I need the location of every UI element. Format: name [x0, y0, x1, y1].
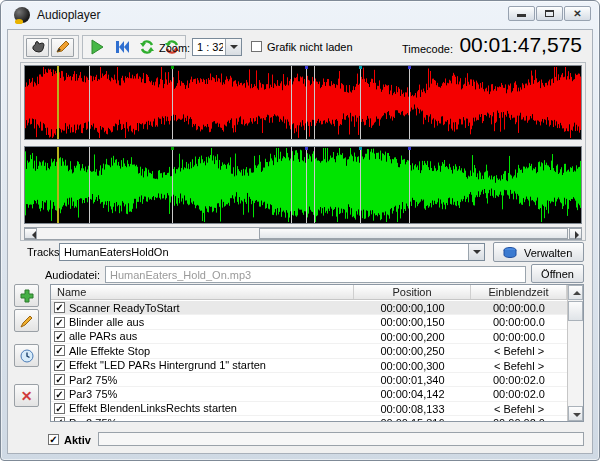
- waveform-scrollbar[interactable]: [24, 227, 582, 240]
- row-checkbox[interactable]: [54, 403, 65, 414]
- tracks-dropdown-button[interactable]: [468, 244, 484, 260]
- skip-to-start-button[interactable]: [110, 37, 133, 57]
- cue-marker-line[interactable]: [409, 147, 410, 223]
- table-row[interactable]: Par2 75% 00:00:01,340 00:00:02.0: [51, 373, 567, 387]
- refresh-button[interactable]: [135, 37, 158, 57]
- row-checkbox[interactable]: [54, 389, 65, 400]
- delete-cue-button[interactable]: ✕: [14, 384, 39, 407]
- manage-tracks-label: Verwalten: [524, 247, 572, 259]
- scroll-left-button[interactable]: [24, 228, 37, 239]
- cue-marker-dot: [305, 147, 308, 150]
- row-checkbox[interactable]: [54, 417, 65, 421]
- cue-marker-line[interactable]: [360, 66, 361, 139]
- table-row[interactable]: Alle Effekte Stop 00:00:00,250 < Befehl …: [51, 344, 567, 358]
- cue-marker-line[interactable]: [291, 147, 292, 223]
- cue-marker-dot: [171, 66, 174, 69]
- pencil-icon: [20, 314, 34, 328]
- column-header-name[interactable]: Name: [51, 285, 354, 299]
- minimize-button[interactable]: [508, 6, 535, 21]
- tracks-combobox[interactable]: HumanEatersHoldOn: [59, 243, 485, 261]
- playhead-line[interactable]: [57, 147, 59, 223]
- row-position: 00:00:00,250: [354, 344, 471, 357]
- grafik-checkbox-label: Grafik nicht laden: [267, 41, 353, 53]
- waveform-left-channel[interactable]: [24, 65, 582, 140]
- row-name-cell: Par2 75%: [51, 373, 354, 386]
- waveform-markers-top: [25, 66, 581, 139]
- cue-marker-line[interactable]: [306, 147, 307, 223]
- row-checkbox[interactable]: [54, 374, 65, 385]
- table-scrollbar[interactable]: [567, 285, 583, 421]
- row-checkbox[interactable]: [54, 317, 65, 328]
- scrollbar-thumb[interactable]: [259, 228, 568, 239]
- add-cue-button[interactable]: [14, 284, 39, 307]
- cue-marker-line[interactable]: [314, 66, 315, 139]
- row-name: alle PARs aus: [69, 330, 137, 343]
- hand-tool-icon: [30, 40, 45, 54]
- row-checkbox[interactable]: [54, 345, 65, 356]
- table-row[interactable]: alle PARs aus 00:00:00,200 00:00:00.0: [51, 330, 567, 344]
- row-checkbox[interactable]: [54, 331, 65, 342]
- cue-marker-line[interactable]: [409, 66, 410, 139]
- table-row[interactable]: Blinder alle aus 00:00:00,150 00:00:00.0: [51, 315, 567, 329]
- open-file-button[interactable]: Öffnen: [531, 264, 584, 283]
- delete-x-icon: ✕: [21, 388, 33, 404]
- arrow-up-icon: [573, 291, 581, 295]
- arrow-right-icon: [575, 231, 583, 239]
- scroll-up-button[interactable]: [568, 285, 583, 300]
- cue-marker-dot: [359, 66, 362, 69]
- row-name-cell: Blinder alle aus: [51, 315, 354, 328]
- column-header-position[interactable]: Position: [354, 285, 471, 299]
- maximize-icon: [545, 10, 554, 17]
- row-name-cell: alle PARs aus: [51, 330, 354, 343]
- table-row[interactable]: Effekt "LED PARs Hintergrund 1" starten …: [51, 359, 567, 373]
- scroll-down-button[interactable]: [568, 406, 583, 421]
- manage-tracks-button[interactable]: Verwalten: [493, 242, 584, 262]
- waveform-right-channel[interactable]: [24, 146, 582, 224]
- cue-marker-dot: [408, 66, 411, 69]
- play-button[interactable]: [85, 37, 108, 57]
- cue-marker-line[interactable]: [172, 147, 173, 223]
- scroll-right-button[interactable]: [569, 228, 582, 239]
- cue-marker-dot: [305, 66, 308, 69]
- clock-button[interactable]: [14, 344, 39, 367]
- table-row[interactable]: Par2 75% 00:00:15,316 00:00:02.0: [51, 416, 567, 421]
- cue-marker-line[interactable]: [314, 147, 315, 223]
- row-fade: 00:00:00.0: [471, 301, 567, 314]
- grafik-checkbox[interactable]: [251, 41, 262, 52]
- zoom-dropdown-button[interactable]: [225, 39, 241, 55]
- cue-marker-line[interactable]: [172, 66, 173, 139]
- row-name-cell: Par2 75%: [51, 416, 354, 421]
- cue-marker-line[interactable]: [89, 147, 90, 223]
- row-checkbox[interactable]: [54, 360, 65, 371]
- aktiv-checkbox[interactable]: [48, 434, 59, 445]
- maximize-button[interactable]: [536, 6, 563, 21]
- playhead-line[interactable]: [57, 66, 59, 139]
- zoom-combobox[interactable]: 1 : 32: [192, 38, 242, 56]
- zoom-label: Zoom:: [159, 42, 190, 54]
- row-position: 00:00:15,316: [354, 416, 471, 421]
- cue-marker-line[interactable]: [360, 147, 361, 223]
- column-header-fade[interactable]: Einblendzeit: [471, 285, 567, 299]
- row-name-cell: Effekt "LED PARs Hintergrund 1" starten: [51, 359, 354, 372]
- pencil-tool-button[interactable]: [51, 38, 74, 57]
- cue-marker-line[interactable]: [306, 66, 307, 139]
- cue-marker-line[interactable]: [291, 66, 292, 139]
- tracks-label: Tracks:: [27, 246, 63, 258]
- edit-cue-button[interactable]: [14, 309, 39, 332]
- row-checkbox[interactable]: [54, 302, 65, 313]
- table-row[interactable]: Scanner ReadyToStart 00:00:00,100 00:00:…: [51, 301, 567, 315]
- hand-tool-button[interactable]: [26, 38, 49, 57]
- pencil-icon: [55, 40, 70, 54]
- table-row[interactable]: Effekt BlendenLinksRechts starten 00:00:…: [51, 402, 567, 416]
- cue-marker-line[interactable]: [89, 66, 90, 139]
- close-button[interactable]: ✕: [564, 6, 591, 21]
- audiofile-field[interactable]: HumanEaters_Hold_On.mp3: [105, 266, 526, 283]
- row-fade: 00:00:02.0: [471, 373, 567, 386]
- table-row[interactable]: Par3 75% 00:00:04,142 00:00:02.0: [51, 387, 567, 401]
- table-scrollbar-thumb[interactable]: [568, 301, 583, 321]
- title-bar[interactable]: Audioplayer ✕: [1, 1, 599, 29]
- database-icon: [503, 247, 517, 259]
- row-name-cell: Effekt BlendenLinksRechts starten: [51, 402, 354, 415]
- arrow-left-icon: [28, 231, 36, 239]
- tracks-value: HumanEatersHoldOn: [64, 246, 466, 258]
